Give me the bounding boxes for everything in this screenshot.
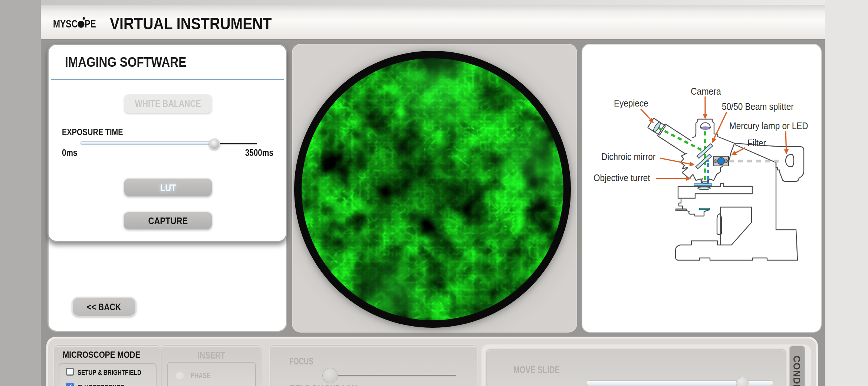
svg-text:Camera: Camera bbox=[691, 86, 721, 96]
svg-text:Eyepiece: Eyepiece bbox=[614, 98, 648, 108]
svg-text:Mercury lamp or LED: Mercury lamp or LED bbox=[729, 121, 808, 131]
svg-text:Filter: Filter bbox=[747, 138, 766, 148]
svg-text:50/50 Beam splitter: 50/50 Beam splitter bbox=[722, 101, 794, 112]
svg-text:Objective turret: Objective turret bbox=[594, 173, 650, 183]
svg-text:Dichroic mirror: Dichroic mirror bbox=[601, 151, 655, 162]
